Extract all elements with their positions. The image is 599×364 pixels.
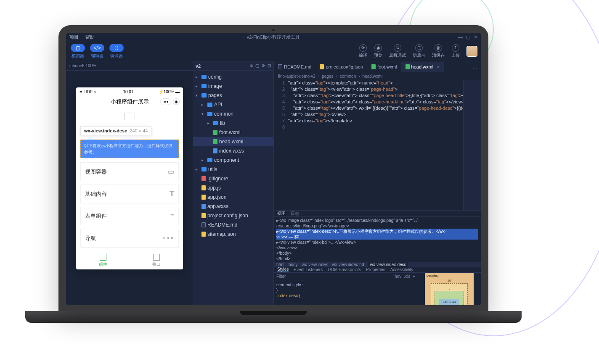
devtools-panel: 视图 日志 ▸<wx-image class="index-logo" src=… [274, 210, 481, 305]
card-basic-content[interactable]: 基础内容𝕋 [80, 185, 179, 203]
compile-button[interactable]: ⟳编译 [359, 44, 367, 58]
code-icon: </> [90, 44, 104, 52]
new-file-icon[interactable]: ⊕ [249, 63, 253, 68]
card-view-container[interactable]: 视图容器▭ [80, 162, 179, 181]
phone-preview: ••ıl IDE ᯤ 10:01 ⚡100% ▬ 小程序组件展示 ••• ◉ [76, 87, 183, 269]
dom-breadcrumb[interactable]: html body wx-view.index wx-view.index-hd… [274, 262, 481, 267]
status-signal: ••ıl IDE ᯤ [80, 90, 98, 94]
menu-project[interactable]: 项目 [69, 34, 79, 40]
debug-icon: ⫶⫶ [109, 44, 124, 52]
pill-simulator[interactable]: ▢ 模拟器 [69, 44, 86, 59]
tree-item[interactable]: ▸utils [193, 165, 273, 174]
tree-item[interactable]: ▾common [193, 109, 273, 119]
laptop-frame: 项目 帮助 v2-FinClip小程序开发工具 — ▢ ✕ ▢ 模拟器 [25, 25, 522, 332]
tree-item[interactable]: head.wxml [193, 137, 273, 146]
accessibility-tab[interactable]: Accessibility [390, 267, 413, 272]
styles-tab[interactable]: Styles [277, 267, 289, 272]
simulator-device-label[interactable]: iphone6 100% [66, 61, 193, 71]
preview-icon: ◉ [374, 44, 382, 52]
tree-item[interactable]: ▸image [193, 82, 273, 91]
grid-icon [100, 254, 106, 261]
status-battery: ⚡100% ▬ [159, 90, 180, 94]
menu-help[interactable]: 帮助 [85, 34, 95, 40]
remote-debug-button[interactable]: ⇅真机调试 [389, 44, 406, 58]
tab-foot-wxml[interactable]: foot.wxml [367, 62, 401, 72]
minimap[interactable] [463, 80, 481, 210]
dom-breakpoints-tab[interactable]: DOM Breakpoints [328, 267, 361, 272]
tab-overflow-icon[interactable]: ⋯ [469, 66, 481, 72]
inspect-tooltip: wx-view.index-desc240 × 44 [80, 126, 151, 135]
upload-icon: ↥ [452, 44, 459, 52]
tab-components[interactable]: 组件 [76, 251, 130, 269]
tree-item[interactable]: ▸lib [193, 119, 273, 128]
tree-item[interactable]: foot.wxml [193, 128, 273, 137]
event-listeners-tab[interactable]: Event Listeners [294, 267, 323, 272]
tab-api[interactable]: 接口 [130, 251, 183, 269]
box-model: margin 10 border - padding - 240 × 4 [418, 273, 481, 305]
toolbar: ▢ 模拟器 </> 编辑器 ⫶⫶ 调试器 ⟳编译 ◉预览 ⇅真机调试 [66, 41, 481, 61]
tab-readme[interactable]: README.md [274, 62, 315, 72]
pill-debugger[interactable]: ⫶⫶ 调试器 [108, 44, 125, 59]
file-explorer: v2 ⊕ ▢ ⟳ ⊟ ▸config▸image▾pages▸API▾commo… [193, 61, 274, 305]
breadcrumb[interactable]: fino-applet-demo-v2›pages›common›head.wx… [274, 72, 481, 80]
devtools-tab-view[interactable]: 视图 [277, 211, 286, 216]
card-icon: ▭ [168, 168, 174, 176]
card-icon: ≡ [170, 212, 174, 220]
card-nav[interactable]: 导航∘∘∘ [80, 229, 179, 248]
card-icon: 𝕋 [170, 190, 174, 198]
remote-icon: ⇅ [394, 44, 401, 52]
add-rule-button[interactable]: + [413, 274, 415, 279]
tab-head-wxml[interactable]: head.wxml✕ [401, 62, 445, 72]
status-time: 10:01 [123, 90, 133, 94]
pill-editor[interactable]: </> 编辑器 [89, 44, 106, 59]
tab-project-config[interactable]: project.config.json [315, 62, 367, 72]
editor-tab-bar: README.md project.config.json foot.wxml … [274, 61, 481, 72]
mobile-icon: ▢ [71, 44, 85, 52]
tree-item[interactable]: ▸component [193, 156, 273, 165]
tree-item[interactable]: sitemap.json [193, 229, 273, 239]
devtools-tab-log[interactable]: 日志 [291, 211, 299, 216]
clear-cache-button[interactable]: 🗑清缓存 [432, 44, 445, 58]
preview-button[interactable]: ◉预览 [374, 44, 382, 58]
maximize-icon[interactable]: ▢ [466, 34, 470, 40]
close-capsule-button[interactable]: ◉ [173, 98, 180, 105]
card-form[interactable]: 表单组件≡ [80, 207, 179, 225]
close-tab-icon[interactable]: ✕ [437, 65, 440, 69]
collapse-icon[interactable]: ⊟ [268, 63, 271, 68]
tree-item[interactable]: ▸config [193, 72, 273, 82]
properties-tab[interactable]: Properties [366, 267, 385, 272]
tree-item[interactable]: ▾pages [193, 91, 273, 100]
card-icon: ∘∘∘ [162, 234, 174, 242]
tree-item[interactable]: app.js [193, 183, 273, 193]
tree-item[interactable]: index.wxss [193, 146, 273, 156]
tree-item[interactable]: README.md [193, 220, 273, 229]
menu-dots-button[interactable]: ••• [160, 98, 171, 105]
compile-icon: ⟳ [359, 44, 367, 52]
upload-button[interactable]: ↥上传 [451, 44, 460, 58]
logo-placeholder [124, 113, 135, 120]
tree-item[interactable]: app.json [193, 193, 273, 202]
cls-button[interactable]: .cls [404, 274, 410, 279]
code-editor[interactable]: 12345678 "attr"> class="tag"><template"a… [274, 80, 481, 210]
hov-button[interactable]: :hov [393, 274, 401, 279]
tree-item[interactable]: ▸API [193, 100, 273, 109]
tree-item[interactable]: project.config.json [193, 211, 273, 220]
background-button[interactable]: ▢切后台 [413, 44, 425, 58]
close-icon[interactable]: ✕ [474, 34, 477, 40]
explorer-root[interactable]: v2 [196, 63, 201, 69]
background-icon: ▢ [415, 44, 423, 52]
menubar: 项目 帮助 v2-FinClip小程序开发工具 — ▢ ✕ [66, 33, 481, 41]
css-rules[interactable]: element.style {}.index-desc {</span></di… [274, 280, 418, 305]
highlighted-desc: 以下将展示小程序官方组件能力，组件样式仅供参考。 [80, 140, 179, 158]
api-icon [153, 254, 160, 261]
tree-item[interactable]: app.wxss [193, 202, 273, 211]
dom-tree[interactable]: ▸<wx-image class="index-logo" src="../re… [274, 217, 481, 262]
tree-item[interactable]: .gitignore [193, 174, 273, 183]
minimize-icon[interactable]: — [458, 34, 463, 40]
refresh-icon[interactable]: ⟳ [262, 63, 265, 68]
new-folder-icon[interactable]: ▢ [255, 63, 259, 68]
avatar[interactable] [466, 46, 477, 57]
styles-filter-input[interactable]: Filter [276, 274, 286, 279]
window-title: v2-FinClip小程序开发工具 [247, 34, 300, 40]
editor-area: README.md project.config.json foot.wxml … [274, 61, 481, 305]
